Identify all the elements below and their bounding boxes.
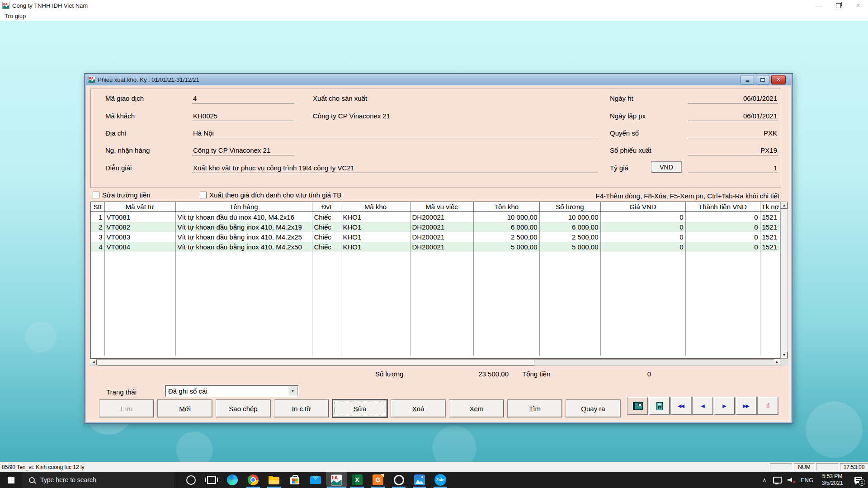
- nav-next-button[interactable]: ▶: [714, 397, 735, 415]
- table-cell[interactable]: Vít tự khoan đầu bằng inox 410, M4.2x19: [175, 222, 312, 232]
- field-value[interactable]: 06/01/2021: [688, 94, 778, 103]
- dialog-maximize-icon[interactable]: [756, 75, 769, 84]
- table-cell[interactable]: 5 000,00: [539, 242, 600, 252]
- calculator-button[interactable]: [649, 397, 670, 415]
- table-cell[interactable]: 0: [600, 222, 685, 232]
- view-button[interactable]: Xem: [449, 400, 504, 417]
- status-dropdown[interactable]: Đã ghi sổ cái ▼: [165, 385, 299, 397]
- network-icon[interactable]: [770, 472, 784, 488]
- table-cell[interactable]: 4: [91, 242, 104, 252]
- dialog-minimize-icon[interactable]: [741, 75, 754, 84]
- table-cell[interactable]: 5 000,00: [473, 242, 539, 252]
- notification-center[interactable]: 1: [848, 472, 868, 488]
- table-cell[interactable]: KHO1: [341, 232, 410, 242]
- delete-button[interactable]: Xoá: [391, 400, 445, 417]
- table-cell[interactable]: 10 000,00: [473, 212, 539, 222]
- table-row[interactable]: 1VT0081Vít tự khoan đầu dù inox 410, M4.…: [91, 212, 780, 222]
- taskbar-chrome[interactable]: [243, 472, 264, 488]
- exit-button[interactable]: Quay ra: [566, 400, 620, 417]
- taskbar-mail[interactable]: [305, 472, 326, 488]
- taskbar-clock[interactable]: 5:53 PM 3/5/2021: [816, 472, 848, 488]
- table-cell[interactable]: DH200021: [410, 232, 473, 242]
- table-cell[interactable]: DH200021: [410, 222, 473, 232]
- scroll-down-icon[interactable]: ▼: [781, 352, 788, 358]
- table-cell[interactable]: VT0082: [104, 222, 175, 232]
- table-cell[interactable]: 1521: [760, 212, 780, 222]
- table-cell[interactable]: 0: [685, 232, 760, 242]
- table-cell[interactable]: KHO1: [341, 242, 410, 252]
- table-cell[interactable]: Vít tự khoan đầu bằng inox 410, M4.2x50: [175, 242, 312, 252]
- table-cell[interactable]: Chiếc: [312, 232, 341, 242]
- checkbox-icon[interactable]: [93, 192, 99, 198]
- table-cell[interactable]: 0: [685, 222, 760, 232]
- checkbox-icon[interactable]: [200, 192, 207, 198]
- volume-muted-icon[interactable]: ✕: [784, 472, 797, 488]
- field-value[interactable]: PXK: [688, 129, 778, 138]
- taskbar-search[interactable]: [22, 472, 174, 488]
- taskbar-settings[interactable]: [388, 472, 409, 488]
- table-cell[interactable]: KHO1: [341, 212, 410, 222]
- search-input[interactable]: [39, 476, 154, 484]
- taskbar-file-explorer[interactable]: [264, 472, 284, 488]
- table-cell[interactable]: 1521: [760, 232, 780, 242]
- save-button[interactable]: Lưu: [99, 400, 154, 417]
- field-value[interactable]: 06/01/2021: [688, 112, 778, 121]
- table-cell[interactable]: Chiếc: [312, 222, 341, 232]
- language-indicator[interactable]: ENG: [797, 472, 816, 488]
- nav-prev-button[interactable]: ◀: [693, 397, 713, 415]
- horizontal-scrollbar[interactable]: ◄ ►: [90, 359, 780, 366]
- table-row[interactable]: 4VT0084Vít tự khoan đầu bằng inox 410, M…: [91, 242, 780, 252]
- table-row[interactable]: 3VT0083Vít tự khoan đầu bằng inox 410, M…: [91, 232, 780, 242]
- tray-chevron-icon[interactable]: ∧: [759, 472, 770, 488]
- taskbar-task-view[interactable]: [201, 472, 222, 488]
- table-cell[interactable]: KHO1: [341, 222, 410, 232]
- app-minimize-icon[interactable]: —: [808, 0, 828, 11]
- new-button[interactable]: Mới: [158, 400, 212, 417]
- taskbar-store[interactable]: [284, 472, 305, 488]
- table-cell[interactable]: 6 000,00: [473, 222, 539, 232]
- copy-button[interactable]: Sao chép: [216, 400, 270, 417]
- table-cell[interactable]: 10 000,00: [539, 212, 600, 222]
- scroll-left-icon[interactable]: ◄: [90, 359, 97, 365]
- table-cell[interactable]: 3: [91, 232, 104, 242]
- nav-first-button[interactable]: ◀◀: [671, 397, 691, 415]
- taskbar-photos[interactable]: [409, 472, 430, 488]
- chevron-down-icon[interactable]: ▼: [288, 386, 297, 396]
- table-cell[interactable]: Vít tự khoan đầu dù inox 410, M4.2x16: [175, 212, 312, 222]
- vertical-scrollbar[interactable]: ▲ ▼: [780, 202, 788, 359]
- taskbar-pdf-app[interactable]: G: [368, 472, 388, 488]
- table-cell[interactable]: 0: [600, 212, 685, 222]
- taskbar-zalo[interactable]: Zalo: [430, 472, 451, 488]
- checkbox-option[interactable]: Xuất theo giá đích danh cho v.tư tính gi…: [200, 191, 341, 198]
- scroll-up-icon[interactable]: ▲: [781, 202, 788, 209]
- table-cell[interactable]: VT0081: [104, 212, 175, 222]
- table-cell[interactable]: 0: [600, 242, 685, 252]
- app-restore-icon[interactable]: [828, 0, 848, 11]
- field-value[interactable]: 1: [688, 164, 778, 173]
- table-cell[interactable]: 2: [91, 222, 104, 232]
- taskbar-fast-accounting[interactable]: FA: [326, 472, 347, 488]
- table-cell[interactable]: 0: [685, 242, 760, 252]
- menu-item-help[interactable]: Tro giup: [0, 13, 30, 19]
- checkbox-option[interactable]: Sửa trường tiền: [93, 191, 151, 198]
- print-button[interactable]: In c.từ: [274, 400, 329, 417]
- notebook-button[interactable]: [627, 397, 648, 415]
- table-cell[interactable]: 0: [685, 212, 760, 222]
- table-cell[interactable]: 2 500,00: [473, 232, 539, 242]
- start-button[interactable]: [0, 472, 22, 488]
- table-cell[interactable]: Vít tự khoan đầu bằng inox 410, M4.2x25: [175, 232, 312, 242]
- currency-select-button[interactable]: VND: [651, 162, 681, 173]
- table-cell[interactable]: Chiếc: [312, 242, 341, 252]
- table-cell[interactable]: 1521: [760, 242, 780, 252]
- table-cell[interactable]: 6 000,00: [539, 222, 600, 232]
- dialog-titlebar[interactable]: FA Phieu xuat kho. Ky : 01/01/21-31/12/2…: [86, 74, 791, 85]
- table-cell[interactable]: 0: [600, 232, 685, 242]
- table-cell[interactable]: DH200021: [410, 242, 473, 252]
- taskbar-excel[interactable]: X: [347, 472, 368, 488]
- edit-button[interactable]: Sửa: [333, 400, 387, 417]
- currency-button[interactable]: ₫: [758, 397, 778, 415]
- table-cell[interactable]: 1: [91, 212, 104, 222]
- table-row[interactable]: 2VT0082Vít tự khoan đầu bằng inox 410, M…: [91, 222, 780, 232]
- scroll-right-icon[interactable]: ►: [774, 359, 780, 365]
- hscroll-thumb[interactable]: [98, 360, 534, 366]
